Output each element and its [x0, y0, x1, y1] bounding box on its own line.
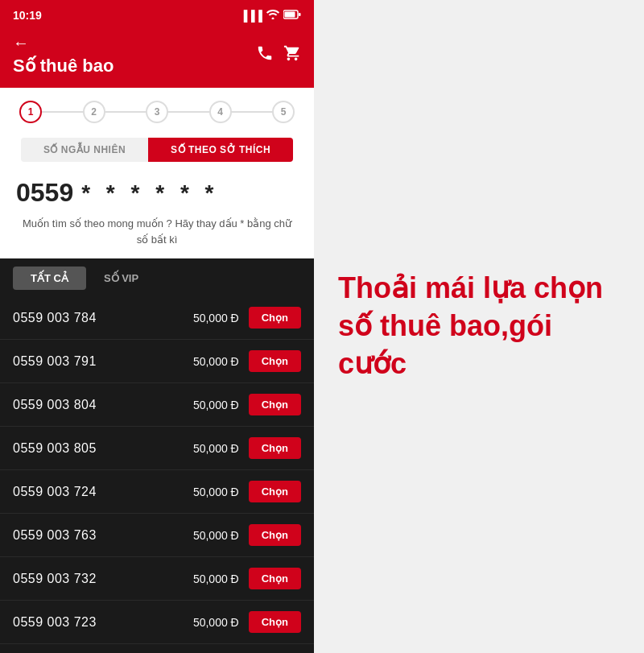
tab-so-theo-so-thich[interactable]: SỐ THEO SỞ THÍCH: [148, 138, 293, 162]
promo-text: Thoải mái lựa chọn số thuê bao,gói cước: [338, 270, 620, 382]
phone-price: 50,000 Đ: [193, 312, 239, 324]
status-icons: ▐▐▐: [240, 10, 301, 22]
steps-row: 1 2 3 4 5: [19, 101, 295, 123]
phone-price: 50,000 Đ: [193, 442, 239, 455]
header-icons-group: [256, 44, 301, 66]
step-1: 1: [19, 101, 42, 123]
list-area: TẤT CẢ SỐ VIP 0559 003 784 50,000 Đ Chọn…: [0, 258, 314, 653]
phone-list-item: 0559 003 723 50,000 Đ Chọn: [0, 601, 314, 644]
phone-price-row: 50,000 Đ Chọn: [193, 568, 301, 589]
phone-price: 50,000 Đ: [193, 616, 239, 629]
chon-button-5[interactable]: Chọn: [249, 524, 301, 546]
promo-text-area: Thoải mái lựa chọn số thuê bao,gói cước: [314, 238, 644, 415]
phone-price-row: 50,000 Đ Chọn: [193, 307, 301, 329]
chon-button-7[interactable]: Chọn: [249, 611, 301, 633]
phone-price-row: 50,000 Đ Chọn: [193, 394, 301, 415]
phone-list-item: 0559 003 791 50,000 Đ Chọn: [0, 340, 314, 383]
step-2: 2: [83, 101, 105, 123]
status-time: 10:19: [13, 9, 42, 22]
status-bar: 10:19 ▐▐▐: [0, 0, 314, 29]
phone-price: 50,000 Đ: [193, 399, 239, 411]
cat-tab-so-vip[interactable]: SỐ VIP: [86, 267, 156, 290]
number-prefix: 0559: [16, 178, 73, 208]
phone-number: 0559 003 723: [13, 615, 97, 630]
phone-list-item: 0559 003 720 50,000 Đ Chọn: [0, 644, 314, 653]
phone-number: 0559 003 791: [13, 354, 97, 369]
page-title: Số thuê bao: [13, 52, 114, 76]
chon-button-6[interactable]: Chọn: [249, 568, 301, 589]
chon-button-3[interactable]: Chọn: [249, 437, 301, 459]
phone-list-item: 0559 003 784 50,000 Đ Chọn: [0, 296, 314, 340]
wifi-icon: [266, 10, 279, 22]
phone-list-item: 0559 003 804 50,000 Đ Chọn: [0, 383, 314, 427]
phone-price: 50,000 Đ: [193, 529, 239, 542]
phone-number: 0559 003 724: [13, 485, 97, 499]
chon-button-1[interactable]: Chọn: [249, 350, 301, 372]
svg-rect-1: [285, 11, 295, 17]
phone-number: 0559 003 784: [13, 311, 97, 325]
chon-button-2[interactable]: Chọn: [249, 394, 301, 415]
number-wildcards: * * * * * *: [81, 180, 218, 206]
phone-number: 0559 003 763: [13, 528, 97, 543]
phone-list-item: 0559 003 763 50,000 Đ Chọn: [0, 514, 314, 557]
battery-icon: [283, 10, 301, 22]
header-content: ← Số thuê bao: [13, 34, 114, 76]
phone-price-row: 50,000 Đ Chọn: [193, 481, 301, 502]
cart-icon[interactable]: [283, 44, 301, 66]
phone-price: 50,000 Đ: [193, 486, 239, 498]
phone-list-item: 0559 003 732 50,000 Đ Chọn: [0, 557, 314, 601]
cat-tab-tat-ca[interactable]: TẤT CẢ: [13, 267, 86, 290]
phone-number: 0559 003 805: [13, 441, 97, 456]
svg-rect-2: [299, 13, 301, 16]
phone-price: 50,000 Đ: [193, 355, 239, 368]
number-display: 0559 * * * * * *: [0, 170, 314, 213]
phone-price: 50,000 Đ: [193, 572, 239, 585]
phone-list: 0559 003 784 50,000 Đ Chọn 0559 003 791 …: [0, 296, 314, 653]
chon-button-0[interactable]: Chọn: [249, 307, 301, 329]
category-tabs: TẤT CẢ SỐ VIP: [0, 258, 314, 296]
signal-icon: ▐▐▐: [240, 10, 262, 22]
back-button[interactable]: ←: [13, 34, 114, 52]
phone-price-row: 50,000 Đ Chọn: [193, 437, 301, 459]
phone-icon[interactable]: [256, 44, 274, 66]
tab-selector: SỐ NGẪU NHIÊN SỐ THEO SỞ THÍCH: [0, 130, 314, 170]
tab-so-ngau-nhien[interactable]: SỐ NGẪU NHIÊN: [21, 138, 148, 162]
app-header: ← Số thuê bao: [0, 29, 314, 88]
phone-price-row: 50,000 Đ Chọn: [193, 611, 301, 633]
step-3: 3: [146, 101, 168, 123]
phone-mockup: 10:19 ▐▐▐ ← Số thuê bao: [0, 0, 314, 653]
phone-price-row: 50,000 Đ Chọn: [193, 350, 301, 372]
phone-number: 0559 003 804: [13, 398, 97, 412]
phone-list-item: 0559 003 805 50,000 Đ Chọn: [0, 427, 314, 470]
phone-price-row: 50,000 Đ Chọn: [193, 524, 301, 546]
step-4: 4: [209, 101, 232, 123]
hint-text: Muốn tìm số theo mong muốn ? Hãy thay dấ…: [0, 213, 314, 258]
chon-button-4[interactable]: Chọn: [249, 481, 301, 502]
phone-list-item: 0559 003 724 50,000 Đ Chọn: [0, 470, 314, 514]
step-5: 5: [272, 101, 295, 123]
steps-container: 1 2 3 4 5: [0, 88, 314, 130]
phone-number: 0559 003 732: [13, 572, 97, 586]
